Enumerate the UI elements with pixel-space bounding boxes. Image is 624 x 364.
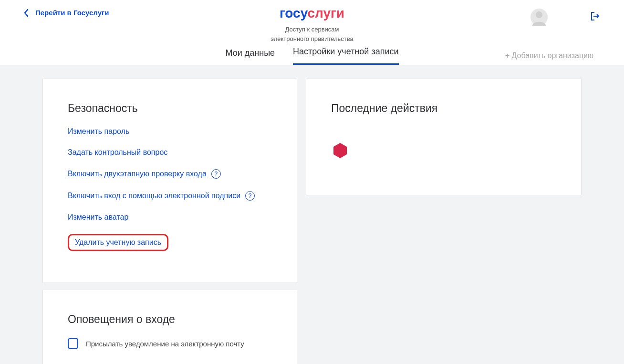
- tab-my-data[interactable]: Мои данные: [225, 48, 275, 65]
- recent-actions-title: Последние действия: [331, 102, 556, 115]
- help-icon[interactable]: ?: [245, 191, 255, 201]
- svg-marker-1: [333, 143, 347, 158]
- content-area: Безопасность Изменить пароль Задать конт…: [0, 65, 624, 364]
- security-card: Безопасность Изменить пароль Задать конт…: [42, 79, 297, 283]
- logout-button[interactable]: [591, 11, 600, 23]
- logout-icon: [591, 11, 600, 21]
- tagline: Доступ к сервисам электронного правитель…: [270, 25, 353, 43]
- help-icon[interactable]: ?: [211, 169, 221, 179]
- security-links: Изменить пароль Задать контрольный вопро…: [68, 127, 272, 251]
- tabs-center: Мои данные Настройки учетной записи: [225, 47, 398, 65]
- notifications-title: Оповещения о входе: [68, 313, 272, 326]
- back-label: Перейти в Госуслуги: [35, 9, 109, 17]
- recent-actions-card: Последние действия: [306, 79, 582, 195]
- security-title: Безопасность: [68, 102, 272, 115]
- set-security-question-link[interactable]: Задать контрольный вопрос: [68, 148, 167, 157]
- email-notification-label: Присылать уведомление на электронную поч…: [86, 340, 244, 348]
- chevron-left-icon: [24, 9, 29, 17]
- left-column: Безопасность Изменить пароль Задать конт…: [42, 79, 297, 364]
- highlight-annotation: Удалить учетную запись: [68, 234, 168, 251]
- delete-account-link[interactable]: Удалить учетную запись: [75, 238, 161, 247]
- add-organization-link[interactable]: + Добавить организацию: [505, 51, 593, 60]
- right-column: Последние действия: [306, 79, 582, 364]
- top-right-controls: [530, 9, 600, 26]
- email-notification-row: Присылать уведомление на электронную поч…: [68, 338, 272, 349]
- tabs-row: Мои данные Настройки учетной записи + До…: [0, 47, 624, 65]
- email-notification-checkbox[interactable]: [68, 338, 78, 349]
- avatar[interactable]: [530, 9, 548, 26]
- svg-point-0: [536, 11, 542, 18]
- enable-esignature-login-link[interactable]: Включить вход с помощью электронной подп…: [68, 192, 240, 200]
- logo-block: госуслуги Доступ к сервисам электронного…: [270, 6, 353, 43]
- columns: Безопасность Изменить пароль Задать конт…: [42, 79, 582, 364]
- top-bar: Перейти в Госуслуги госуслуги Доступ к с…: [0, 0, 624, 28]
- notifications-card: Оповещения о входе Присылать уведомление…: [42, 290, 297, 364]
- site-logo: госуслуги: [270, 6, 353, 21]
- loading-indicator-icon: [331, 142, 349, 160]
- back-to-gosuslugi-link[interactable]: Перейти в Госуслуги: [24, 9, 109, 17]
- change-password-link[interactable]: Изменить пароль: [68, 127, 129, 136]
- enable-two-step-link[interactable]: Включить двухэтапную проверку входа: [68, 170, 207, 178]
- tab-account-settings[interactable]: Настройки учетной записи: [293, 47, 398, 65]
- change-avatar-link[interactable]: Изменить аватар: [68, 213, 128, 222]
- user-icon: [530, 9, 548, 26]
